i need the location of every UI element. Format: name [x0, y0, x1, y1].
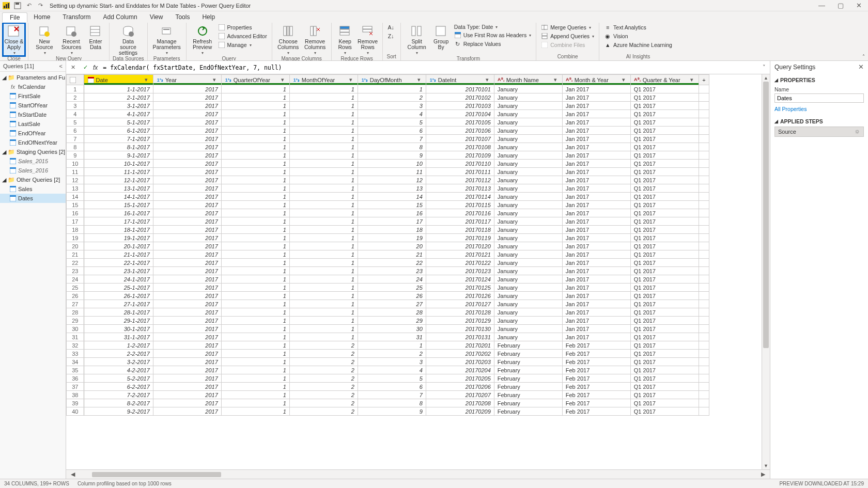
- cell[interactable]: 20170106: [426, 127, 494, 135]
- cell[interactable]: Jan 2017: [562, 275, 630, 284]
- cell[interactable]: 22: [358, 259, 426, 267]
- cell[interactable]: 1: [221, 292, 289, 300]
- row-number[interactable]: 15: [67, 201, 84, 209]
- cell[interactable]: Q1 2017: [630, 284, 699, 292]
- cell[interactable]: Jan 2017: [562, 259, 630, 267]
- close-window-button[interactable]: ✕: [856, 2, 862, 9]
- cell[interactable]: 11: [358, 168, 426, 176]
- cell[interactable]: Jan 2017: [562, 217, 630, 226]
- row-number[interactable]: 7: [67, 135, 84, 143]
- cell[interactable]: 2: [358, 350, 426, 358]
- cell[interactable]: January: [494, 250, 562, 259]
- cell[interactable]: January: [494, 209, 562, 217]
- cell[interactable]: January: [494, 300, 562, 308]
- cell[interactable]: 17-1-2017: [84, 217, 153, 226]
- cell[interactable]: 2017: [153, 374, 221, 383]
- cell[interactable]: 8: [358, 143, 426, 151]
- datatype-icon[interactable]: Aᴮ꜀: [634, 76, 641, 84]
- cell[interactable]: 1: [289, 300, 358, 308]
- cell[interactable]: 2017: [153, 110, 221, 118]
- cell[interactable]: 4: [358, 366, 426, 374]
- menu-addcolumn[interactable]: Add Column: [97, 12, 144, 22]
- cell[interactable]: Q1 2017: [630, 341, 699, 350]
- cell[interactable]: 2017: [153, 308, 221, 317]
- cell[interactable]: 5: [358, 374, 426, 383]
- manage-parameters-button[interactable]: Manage Parameters▾: [151, 23, 183, 56]
- cell[interactable]: 1: [221, 93, 289, 102]
- cell[interactable]: 1: [221, 333, 289, 341]
- menu-transform[interactable]: Transform: [56, 12, 97, 22]
- cell[interactable]: 7-1-2017: [84, 135, 153, 143]
- close-settings-icon[interactable]: ✕: [858, 63, 864, 71]
- scroll-left-icon[interactable]: ◀: [69, 471, 76, 478]
- cell[interactable]: Jan 2017: [562, 226, 630, 234]
- cell[interactable]: 26-1-2017: [84, 292, 153, 300]
- scroll-up-icon[interactable]: ▲: [762, 74, 770, 82]
- cell[interactable]: Q1 2017: [630, 407, 699, 416]
- query-item[interactable]: StartOfYear: [0, 101, 66, 110]
- cell[interactable]: 1-1-2017: [84, 85, 153, 93]
- row-number[interactable]: 1: [67, 85, 84, 93]
- cell[interactable]: Q1 2017: [630, 333, 699, 341]
- cell[interactable]: 22-1-2017: [84, 259, 153, 267]
- merge-queries-button[interactable]: Merge Queries▾: [539, 23, 596, 32]
- cell[interactable]: 24-1-2017: [84, 275, 153, 284]
- cell[interactable]: 20170111: [426, 168, 494, 176]
- query-folder[interactable]: ◢📁Staging Queries [2]: [0, 147, 66, 156]
- cell[interactable]: 2017: [153, 391, 221, 399]
- cell[interactable]: 20170207: [426, 391, 494, 399]
- cell[interactable]: 20170115: [426, 201, 494, 209]
- formula-input[interactable]: [101, 63, 757, 72]
- scroll-thumb[interactable]: [763, 82, 769, 348]
- row-number[interactable]: 31: [67, 333, 84, 341]
- cell[interactable]: Q1 2017: [630, 308, 699, 317]
- cell[interactable]: 30: [358, 325, 426, 333]
- cell[interactable]: 1: [221, 341, 289, 350]
- cell[interactable]: 1: [221, 308, 289, 317]
- menu-file[interactable]: File: [2, 12, 27, 22]
- row-number[interactable]: 12: [67, 176, 84, 184]
- caret-icon[interactable]: ◢: [774, 119, 778, 124]
- cell[interactable]: 1: [289, 284, 358, 292]
- cell[interactable]: 19: [358, 234, 426, 242]
- row-number[interactable]: 40: [67, 407, 84, 416]
- cell[interactable]: Jan 2017: [562, 160, 630, 168]
- cell[interactable]: Q1 2017: [630, 184, 699, 193]
- append-queries-button[interactable]: Append Queries▾: [539, 32, 596, 40]
- cell[interactable]: 9: [358, 407, 426, 416]
- cell[interactable]: 7: [358, 391, 426, 399]
- cell[interactable]: 10: [358, 160, 426, 168]
- cell[interactable]: 13: [358, 184, 426, 193]
- cell[interactable]: 1: [289, 201, 358, 209]
- row-number[interactable]: 23: [67, 267, 84, 275]
- cell[interactable]: Q1 2017: [630, 275, 699, 284]
- cell[interactable]: 1: [221, 168, 289, 176]
- cell[interactable]: Feb 2017: [562, 341, 630, 350]
- cell[interactable]: Feb 2017: [562, 374, 630, 383]
- cell[interactable]: Q1 2017: [630, 226, 699, 234]
- filter-icon[interactable]: ▾: [620, 76, 627, 84]
- cell[interactable]: 6: [358, 383, 426, 391]
- cell[interactable]: 14-1-2017: [84, 193, 153, 201]
- cell[interactable]: 20170121: [426, 250, 494, 259]
- row-number[interactable]: 32: [67, 341, 84, 350]
- cell[interactable]: 1: [221, 85, 289, 93]
- row-number[interactable]: 28: [67, 308, 84, 317]
- cell[interactable]: 1: [221, 217, 289, 226]
- cell[interactable]: 20170114: [426, 193, 494, 201]
- cell[interactable]: 1: [221, 143, 289, 151]
- cell[interactable]: Jan 2017: [562, 325, 630, 333]
- cell[interactable]: January: [494, 127, 562, 135]
- cell[interactable]: 1: [289, 93, 358, 102]
- cell[interactable]: Q1 2017: [630, 102, 699, 110]
- row-number[interactable]: 37: [67, 383, 84, 391]
- cell[interactable]: 1: [289, 259, 358, 267]
- cell[interactable]: 2017: [153, 275, 221, 284]
- filter-icon[interactable]: ▾: [211, 76, 218, 84]
- cell[interactable]: 1: [221, 151, 289, 160]
- cell[interactable]: 17: [358, 217, 426, 226]
- cell[interactable]: 1: [358, 341, 426, 350]
- cell[interactable]: 2: [289, 366, 358, 374]
- replace-values-button[interactable]: ↻Replace Values: [453, 40, 533, 48]
- choose-columns-button[interactable]: Choose Columns▾: [275, 23, 301, 56]
